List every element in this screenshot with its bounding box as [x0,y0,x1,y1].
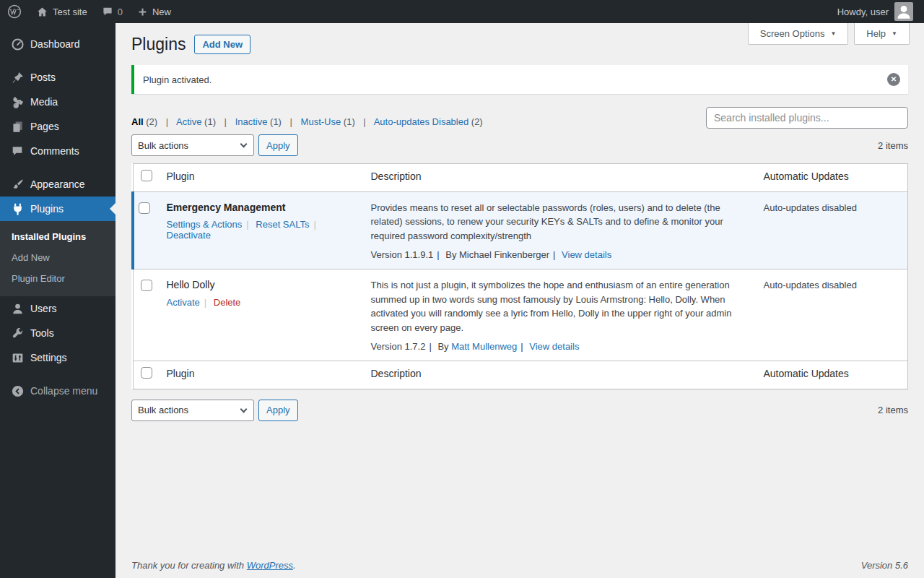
menu-spacer [0,163,116,172]
help-button[interactable]: Help ▼ [854,23,910,45]
pages-icon [10,119,25,134]
footer-thanks: Thank you for creating with WordPress. [131,560,296,571]
plugin-version: Version 1.7.2 [371,341,435,352]
table-row-hello-dolly: Hello Dolly Activate Delete This is not … [133,269,908,361]
filter-active-link[interactable]: Active (1) [176,116,216,127]
page-title: Plugins [131,33,186,55]
sidebar-item-pages[interactable]: Pages [0,114,116,139]
screen-options-button[interactable]: Screen Options ▼ [748,23,849,45]
collapse-menu-label: Collapse menu [30,385,97,397]
tablenav-bottom: Bulk actions Apply 2 items [131,400,908,421]
plugin-author: By Michael Finkenberger [445,249,559,260]
filter-must-use-count: (1) [344,116,355,127]
filter-must-use-link[interactable]: Must-Use (1) [301,116,355,127]
search-plugins-input[interactable] [706,107,908,129]
auto-updates-status: Auto-updates disabled [757,191,908,269]
filter-inactive-label: Inactive [235,116,268,127]
row-checkbox[interactable] [139,202,150,214]
admin-footer: Thank you for creating with WordPress. V… [131,560,908,571]
view-details-link[interactable]: View details [562,249,611,260]
comment-count: 0 [118,7,123,17]
chevron-down-icon: ▼ [830,30,836,37]
activate-link[interactable]: Activate [167,297,200,308]
plugin-author-prefix: By [437,341,448,352]
plugin-icon [10,202,25,216]
bulk-actions-select[interactable]: Bulk actions [131,134,254,156]
sidebar-item-media[interactable]: Media [0,90,116,114]
apply-button-bottom[interactable]: Apply [258,400,298,421]
select-all-checkbox[interactable] [141,367,152,379]
my-account-link[interactable]: Howdy, user [832,2,918,21]
reset-salts-link[interactable]: Reset SALTs [256,219,309,230]
wordpress-link[interactable]: WordPress [247,560,293,571]
add-new-plugin-button[interactable]: Add New [194,35,250,54]
collapse-menu-button[interactable]: Collapse menu [0,379,116,403]
dismiss-notice-button[interactable]: ✕ [887,73,900,86]
help-label: Help [866,28,886,39]
wordpress-logo-menu[interactable] [0,0,29,23]
filter-all-label: All [131,116,144,127]
sidebar-label-plugins: Plugins [30,203,64,215]
sidebar-item-tools[interactable]: Tools [0,321,116,345]
plugin-description: Provides means to reset all or selectabl… [371,201,749,243]
sidebar-item-comments[interactable]: Comments [0,139,116,163]
submenu-item-add-new[interactable]: Add New [0,247,116,268]
comment-bubble-icon [102,6,113,17]
deactivate-link[interactable]: Deactivate [167,230,211,241]
close-icon: ✕ [891,76,897,83]
media-icon [10,95,25,109]
settings-actions-link[interactable]: Settings & Actions [167,219,243,230]
main-content: Screen Options ▼ Help ▼ Plugins Add New … [116,23,924,578]
sidebar-item-appearance[interactable]: Appearance [0,172,116,197]
paintbrush-icon [10,177,25,191]
comments-bubble-link[interactable]: 0 [95,0,130,23]
wrench-icon [10,326,25,340]
settings-sliders-icon [10,350,25,365]
sidebar-label-appearance: Appearance [30,178,85,190]
author-link[interactable]: Matt Mullenweg [451,341,517,352]
menu-spacer [0,56,116,65]
submenu-item-installed-plugins[interactable]: Installed Plugins [0,226,116,247]
bulk-actions-select-bottom[interactable]: Bulk actions [131,400,254,421]
view-details-link[interactable]: View details [529,341,579,352]
row-checkbox[interactable] [141,280,152,291]
sidebar-item-plugins[interactable]: Plugins [0,197,116,221]
howdy-label: Howdy, user [837,7,889,17]
filter-auto-updates-disabled-label: Auto-updates Disabled [374,116,469,127]
site-name-link[interactable]: Test site [29,0,95,23]
screen-meta-links: Screen Options ▼ Help ▼ [748,23,910,45]
submenu-item-plugin-editor[interactable]: Plugin Editor [0,268,116,289]
sidebar-item-dashboard[interactable]: Dashboard [0,32,116,56]
filter-inactive-count: (1) [270,116,282,127]
filter-all-link[interactable]: All (2) [131,116,157,127]
dashboard-icon [10,37,25,51]
select-all-checkbox[interactable] [141,170,152,181]
plugin-version: Version 1.1.9.1 [371,249,443,260]
collapse-arrow-icon [10,384,25,398]
tablenav-top: Bulk actions Apply 2 items [131,134,908,156]
new-label: New [152,7,171,17]
user-icon [10,301,25,316]
delete-link[interactable]: Delete [214,297,241,308]
sidebar-item-users[interactable]: Users [0,296,116,321]
filter-inactive-link[interactable]: Inactive (1) [235,116,282,127]
notice-message: Plugin activated. [143,74,212,85]
filter-must-use-label: Must-Use [301,116,341,127]
apply-button[interactable]: Apply [258,134,298,156]
sidebar-label-comments: Comments [30,145,79,157]
items-count: 2 items [878,140,908,151]
home-icon [36,6,48,18]
sidebar-item-settings[interactable]: Settings [0,345,116,370]
new-content-link[interactable]: New [130,0,178,23]
sidebar-item-posts[interactable]: Posts [0,65,116,90]
menu-spacer [0,23,116,32]
chevron-down-icon: ▼ [892,30,897,37]
plus-icon [137,7,148,17]
filter-all-count: (2) [146,116,157,127]
wordpress-logo-icon [7,4,22,19]
comments-icon [10,144,25,158]
sidebar-label-media: Media [30,96,58,108]
admin-sidebar: Dashboard Posts Media Pages Comments App… [0,23,116,578]
sidebar-label-users: Users [30,303,57,314]
filter-auto-updates-disabled-link[interactable]: Auto-updates Disabled (2) [374,116,483,127]
